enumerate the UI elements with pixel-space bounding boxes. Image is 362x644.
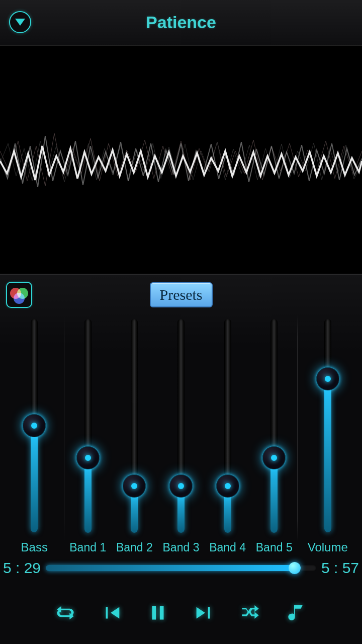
skip-previous-icon	[100, 601, 123, 624]
library-button[interactable]	[283, 599, 311, 627]
playback-bar: 5 : 29 5 : 57	[0, 558, 362, 644]
repeat-button[interactable]	[51, 599, 79, 627]
pause-button[interactable]	[144, 599, 172, 627]
shuffle-icon	[240, 603, 260, 623]
player-root: Patience Presets	[0, 0, 362, 644]
waveform-icon	[0, 46, 362, 274]
header: Patience	[0, 0, 362, 45]
slider-label: Band 3	[163, 541, 200, 556]
controls-row	[2, 586, 360, 640]
slider-bass[interactable]: Bass	[4, 315, 64, 556]
music-note-icon	[287, 603, 307, 623]
slider-label: Band 4	[209, 541, 246, 556]
previous-button[interactable]	[98, 599, 126, 627]
repeat-icon	[55, 603, 75, 623]
pause-icon	[146, 601, 169, 624]
chevron-down-icon	[15, 19, 25, 26]
slider-band2[interactable]: Band 2	[111, 315, 158, 556]
duration-time: 5 : 57	[321, 559, 359, 577]
slider-label: Band 1	[69, 541, 106, 556]
slider-volume[interactable]: Volume	[298, 315, 358, 556]
dropdown-button[interactable]	[9, 11, 31, 33]
slider-label: Bass	[21, 540, 48, 556]
waveform-visualizer	[0, 45, 362, 274]
rgb-circles-icon	[10, 286, 28, 304]
slider-label: Volume	[308, 540, 348, 556]
track-title: Patience	[146, 13, 216, 32]
equalizer-top-row: Presets	[0, 280, 362, 310]
sliders-area: Bass Band 1 Band 2	[0, 310, 362, 558]
slider-band4[interactable]: Band 4	[204, 315, 251, 556]
skip-next-icon	[193, 601, 216, 624]
slider-label: Band 2	[116, 541, 153, 556]
slider-band1[interactable]: Band 1	[64, 315, 111, 556]
slider-label: Band 5	[256, 541, 293, 556]
progress-row: 5 : 29 5 : 57	[2, 559, 360, 577]
equalizer-panel: Presets Bass Band 1	[0, 274, 362, 644]
current-time: 5 : 29	[3, 559, 41, 577]
slider-band5[interactable]: Band 5	[251, 315, 298, 556]
visualizer-mode-button[interactable]	[6, 282, 32, 308]
slider-band3[interactable]: Band 3	[158, 315, 205, 556]
presets-button[interactable]: Presets	[150, 282, 213, 307]
seek-bar[interactable]	[46, 565, 316, 571]
next-button[interactable]	[190, 599, 218, 627]
shuffle-button[interactable]	[236, 599, 264, 627]
